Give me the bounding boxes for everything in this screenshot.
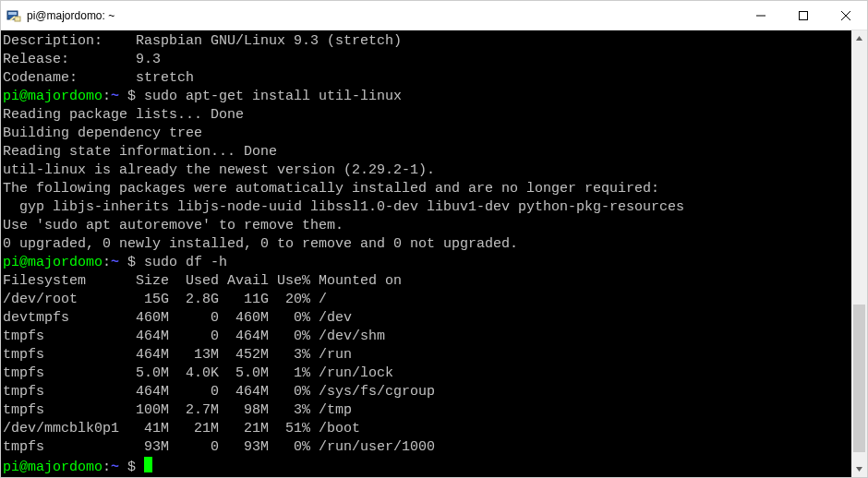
putty-window: pi@majordomo: ~ Description: Raspbian GN… [0, 0, 868, 478]
prompt-dollar: $ [119, 89, 144, 104]
df-row: tmpfs 464M 0 464M 0% /sys/fs/cgroup [3, 383, 850, 401]
prompt-dollar: $ [119, 460, 144, 475]
cursor [144, 457, 152, 472]
prompt-user-host: pi@majordomo [3, 255, 102, 270]
scroll-up-button[interactable] [851, 30, 867, 46]
svg-rect-1 [8, 12, 17, 15]
apt-output-line: Use 'sudo apt autoremove' to remove them… [3, 217, 850, 235]
minimize-button[interactable] [740, 1, 782, 30]
apt-output-line: util-linux is already the newest version… [3, 161, 850, 180]
prompt-path: ~ [111, 460, 119, 475]
prompt-line: pi@majordomo:~ $ [3, 457, 850, 477]
command-text: sudo df -h [144, 255, 227, 270]
df-row: /dev/mmcblk0p1 41M 21M 21M 51% /boot [3, 420, 850, 438]
os-info-line: Codename: stretch [3, 69, 850, 88]
titlebar[interactable]: pi@majordomo: ~ [1, 1, 867, 30]
close-button[interactable] [825, 1, 867, 30]
prompt-colon: : [102, 89, 111, 104]
df-row: /dev/root 15G 2.8G 11G 20% / [3, 291, 850, 309]
svg-marker-8 [856, 36, 862, 41]
content-wrap: Description: Raspbian GNU/Linux 9.3 (str… [1, 30, 867, 477]
df-row: tmpfs 100M 2.7M 98M 3% /tmp [3, 401, 850, 420]
scrollbar-thumb[interactable] [853, 305, 865, 452]
svg-rect-2 [15, 17, 20, 21]
scroll-down-button[interactable] [851, 461, 867, 477]
prompt-path: ~ [111, 89, 119, 104]
prompt-colon: : [102, 255, 111, 270]
putty-icon [6, 8, 21, 23]
apt-output-line: Reading state information... Done [3, 143, 850, 161]
apt-output-line: gyp libjs-inherits libjs-node-uuid libss… [3, 198, 850, 217]
df-row: tmpfs 93M 0 93M 0% /run/user/1000 [3, 438, 850, 457]
prompt-colon: : [102, 460, 111, 475]
df-header: Filesystem Size Used Avail Use% Mounted … [3, 272, 850, 291]
scrollbar-track[interactable] [851, 46, 867, 461]
prompt-path: ~ [111, 255, 119, 270]
terminal-pane[interactable]: Description: Raspbian GNU/Linux 9.3 (str… [1, 30, 851, 477]
maximize-button[interactable] [782, 1, 825, 30]
apt-output-line: Building dependency tree [3, 125, 850, 143]
os-info-line: Description: Raspbian GNU/Linux 9.3 (str… [3, 32, 850, 51]
apt-output-line: 0 upgraded, 0 newly installed, 0 to remo… [3, 235, 850, 254]
apt-output-line: Reading package lists... Done [3, 106, 850, 125]
prompt-user-host: pi@majordomo [3, 460, 102, 475]
df-row: devtmpfs 460M 0 460M 0% /dev [3, 309, 850, 328]
df-row: tmpfs 464M 13M 452M 3% /run [3, 346, 850, 364]
command-text: sudo apt-get install util-linux [144, 89, 402, 104]
apt-output-line: The following packages were automaticall… [3, 180, 850, 198]
window-title: pi@majordomo: ~ [27, 9, 115, 22]
df-row: tmpfs 5.0M 4.0K 5.0M 1% /run/lock [3, 364, 850, 383]
scrollbar[interactable] [851, 30, 867, 477]
svg-marker-9 [856, 467, 862, 472]
prompt-user-host: pi@majordomo [3, 89, 102, 104]
svg-rect-5 [800, 11, 808, 19]
os-info-line: Release: 9.3 [3, 51, 850, 69]
prompt-dollar: $ [119, 255, 144, 270]
df-row: tmpfs 464M 0 464M 0% /dev/shm [3, 328, 850, 346]
prompt-line: pi@majordomo:~ $ sudo df -h [3, 254, 850, 272]
prompt-line: pi@majordomo:~ $ sudo apt-get install ut… [3, 88, 850, 106]
